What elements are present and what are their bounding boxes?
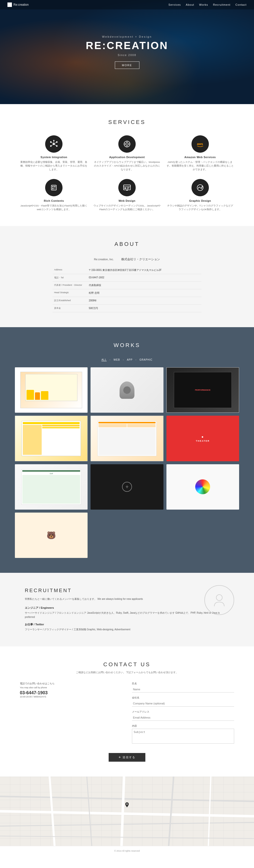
role-twitter-name: お仕事 / Twitter bbox=[25, 623, 229, 626]
service-icon-app bbox=[118, 135, 136, 153]
works-filter-web[interactable]: WEB bbox=[114, 359, 120, 361]
location-pin-icon bbox=[124, 802, 130, 808]
filter-sep-2: • bbox=[123, 359, 124, 361]
nav-recruitment[interactable]: Recruitment bbox=[213, 3, 230, 6]
about-company-jp: 株式会社リ・クリエーション bbox=[121, 257, 160, 261]
svg-line-41 bbox=[169, 777, 174, 846]
works-title: WORKS bbox=[15, 342, 239, 348]
about-row-established: 設立/Established 2008年 bbox=[53, 297, 201, 304]
service-item-system: System Integration 業務効率化に必要な情報収集、企画、実装、管… bbox=[20, 135, 88, 172]
logo[interactable]: Re:creation bbox=[7, 2, 29, 7]
hero-since: Since 2008 bbox=[118, 54, 136, 57]
nav-contact[interactable]: Contact bbox=[235, 3, 247, 6]
map-pin bbox=[124, 802, 130, 808]
svg-rect-22 bbox=[52, 188, 54, 189]
about-company: Re:creation, Inc. 株式会社リ・クリエーション bbox=[53, 257, 201, 261]
form-input-company[interactable] bbox=[132, 701, 234, 707]
nav-services[interactable]: Services bbox=[168, 3, 181, 6]
works-filter-app[interactable]: APP bbox=[127, 359, 133, 361]
logo-text: Re:creation bbox=[13, 3, 29, 6]
role-engineers: エンジニア / Engineers サーバーサイドエンジニア / フロントエンド… bbox=[25, 606, 229, 619]
svg-point-32 bbox=[202, 186, 203, 187]
work-item-5[interactable] bbox=[90, 416, 163, 461]
about-row-head: Head Strategic 松野 忠明 bbox=[53, 289, 201, 297]
work-item-3[interactable]: PERFORMANCE bbox=[166, 367, 239, 413]
contact-phone-label: 電話でのお問い合わせはこちら bbox=[20, 682, 122, 685]
works-filter-graphic[interactable]: GRAPHIC bbox=[139, 359, 152, 361]
about-row-address: Address 〒150-0001 東京都渋谷区神宮前3丁目15番アドマス丸マル… bbox=[53, 267, 201, 274]
footer-text: © 2014 All rights reserved bbox=[114, 850, 140, 852]
form-input-email[interactable] bbox=[132, 715, 234, 721]
hero-more-button[interactable]: MORE bbox=[115, 61, 139, 69]
contact-phone-number: 03-6447-1903 bbox=[20, 690, 122, 695]
form-label-name: 氏名 bbox=[132, 682, 234, 685]
work-item-1[interactable] bbox=[15, 367, 88, 413]
svg-line-42 bbox=[208, 777, 211, 846]
work-item-6[interactable]: ● THEATER bbox=[166, 416, 239, 461]
work-screen-5 bbox=[90, 416, 163, 461]
map-roads-svg bbox=[0, 777, 254, 846]
work-item-2[interactable] bbox=[90, 367, 163, 413]
contact-left: 電話でのお問い合わせはこちら You may also call by phon… bbox=[20, 682, 122, 748]
work-screen-4 bbox=[15, 416, 88, 461]
about-inner: Re:creation, Inc. 株式会社リ・クリエーション Address … bbox=[53, 257, 201, 312]
service-icon-rich bbox=[45, 179, 62, 196]
about-value-president: 代表取締役 bbox=[87, 281, 201, 289]
recruitment-circle-icon bbox=[204, 585, 234, 615]
svg-point-34 bbox=[216, 595, 222, 600]
contact-form: 氏名 会社名 メールアドレス 内容 bbox=[132, 682, 234, 748]
work-item-7[interactable]: Golf bbox=[15, 464, 88, 509]
nav-works[interactable]: Works bbox=[199, 3, 208, 6]
svg-line-37 bbox=[0, 823, 254, 826]
svg-rect-21 bbox=[54, 186, 56, 187]
works-grid: PERFORMANCE bbox=[15, 367, 239, 558]
about-title: ABOUT bbox=[25, 241, 229, 247]
svg-line-43 bbox=[0, 836, 254, 838]
service-name-aws: Amazon Web Services bbox=[166, 156, 234, 159]
svg-line-6 bbox=[54, 142, 57, 144]
work-item-10[interactable]: 🐻 bbox=[15, 513, 88, 558]
works-section: WORKS ALL • WEB • APP • GRAPHIC bbox=[0, 327, 254, 573]
service-icon-graphic bbox=[192, 179, 209, 196]
aws-icon: aws bbox=[196, 140, 205, 149]
about-label-established: 設立/Established bbox=[53, 297, 87, 304]
form-submit-button[interactable]: ✈ 送信する bbox=[109, 753, 145, 762]
logo-icon bbox=[7, 2, 12, 7]
about-company-en: Re:creation, Inc. bbox=[94, 258, 114, 261]
system-integration-icon bbox=[49, 140, 58, 149]
work-item-9[interactable] bbox=[166, 464, 239, 509]
map-background bbox=[0, 777, 254, 846]
contact-section: CONTACT US ご相談などお気軽にお問い合わせください。 下記フォームから… bbox=[0, 646, 254, 777]
form-row-msg: 内容 bbox=[132, 724, 234, 745]
web-design-icon bbox=[122, 183, 132, 192]
svg-line-40 bbox=[121, 777, 124, 846]
service-name-web: Web Design bbox=[93, 199, 161, 202]
about-label-address: Address bbox=[53, 267, 87, 274]
works-filter-all[interactable]: ALL bbox=[102, 359, 107, 361]
form-row-email: メールアドレス bbox=[132, 710, 234, 721]
svg-rect-23 bbox=[54, 188, 56, 189]
form-input-name[interactable] bbox=[132, 686, 234, 692]
recruitment-title: RECRUITMENT bbox=[25, 588, 229, 593]
about-value-address: 〒150-0001 東京都渋谷区神宮前3丁目15番アドマス丸マルビル2F bbox=[87, 267, 201, 274]
work-item-8[interactable]: ⚜ bbox=[90, 464, 163, 509]
about-value-tel: 03-6447-1602 bbox=[87, 274, 201, 281]
about-table: Address 〒150-0001 東京都渋谷区神宮前3丁目15番アドマス丸マル… bbox=[53, 267, 201, 312]
form-row-name: 氏名 bbox=[132, 682, 234, 692]
work-screen-9 bbox=[166, 464, 239, 509]
about-label-capital: 資本金 bbox=[53, 304, 87, 312]
service-item-web: Web Design ウェブサイトのデザインやコーディングCSSL、JavaSc… bbox=[93, 179, 161, 211]
service-name-graphic: Graphic Design bbox=[166, 199, 234, 202]
contact-title: CONTACT US bbox=[20, 661, 234, 668]
work-screen-3: PERFORMANCE bbox=[166, 367, 239, 413]
work-item-4[interactable] bbox=[15, 416, 88, 461]
service-name-app: Application Development bbox=[93, 156, 161, 159]
footer: © 2014 All rights reserved bbox=[0, 846, 254, 856]
form-textarea-msg[interactable] bbox=[132, 729, 234, 744]
nav-about[interactable]: About bbox=[186, 3, 194, 6]
about-label-tel: 電話・Tel bbox=[53, 274, 87, 281]
service-name-rich: Rich Contents bbox=[20, 199, 88, 202]
service-desc-web: ウェブサイトのデザインやコーディングCSSL、JavaScriptやFlashの… bbox=[93, 204, 161, 211]
service-item-aws: aws Amazon Web Services AWSを使ったシステム・管理・バ… bbox=[166, 135, 234, 172]
map-section bbox=[0, 777, 254, 846]
